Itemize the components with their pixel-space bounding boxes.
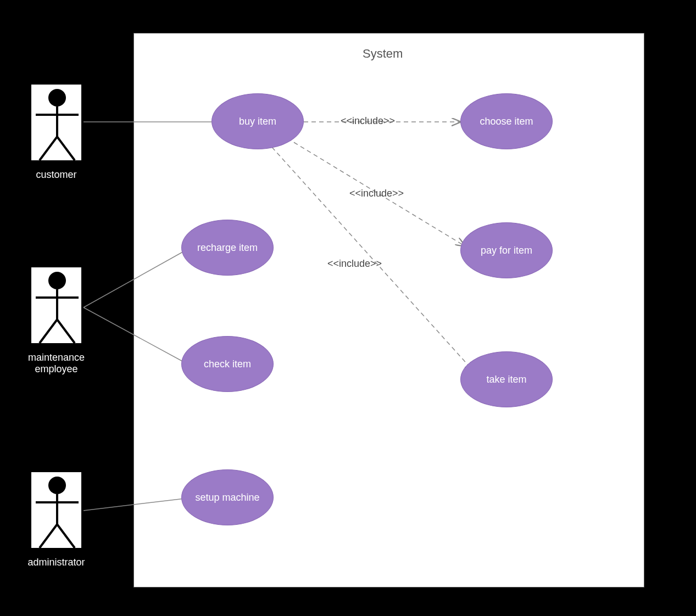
svg-point-0 bbox=[48, 89, 66, 107]
usecase-choose: choose item bbox=[460, 93, 553, 149]
svg-line-3 bbox=[40, 137, 57, 160]
include-label-1: <<include>> bbox=[341, 115, 395, 127]
svg-line-8 bbox=[40, 320, 57, 343]
include-label-2: <<include>> bbox=[349, 188, 404, 199]
svg-point-10 bbox=[48, 477, 66, 494]
usecase-buy-label: buy item bbox=[239, 116, 276, 127]
usecase-setup: setup machine bbox=[181, 469, 274, 525]
usecase-check-label: check item bbox=[204, 359, 251, 370]
usecase-recharge-label: recharge item bbox=[197, 242, 258, 254]
usecase-recharge: recharge item bbox=[181, 220, 274, 276]
include-label-3: <<include>> bbox=[327, 258, 382, 270]
actor-administrator-label: administrator bbox=[7, 557, 106, 568]
stick-figure-icon bbox=[31, 472, 83, 550]
actor-maintenance-label: maintenance employee bbox=[7, 352, 106, 375]
actor-administrator: administrator bbox=[30, 471, 82, 549]
usecase-choose-label: choose item bbox=[480, 116, 533, 127]
usecase-take: take item bbox=[460, 351, 553, 407]
usecase-buy: buy item bbox=[211, 93, 304, 149]
svg-line-9 bbox=[57, 320, 75, 343]
system-title: System bbox=[363, 47, 403, 61]
stick-figure-icon bbox=[31, 85, 83, 163]
usecase-take-label: take item bbox=[486, 374, 526, 385]
svg-line-4 bbox=[57, 137, 75, 160]
usecase-pay: pay for item bbox=[460, 222, 553, 278]
usecase-setup-label: setup machine bbox=[195, 492, 259, 503]
actor-customer: customer bbox=[30, 83, 82, 161]
usecase-check: check item bbox=[181, 336, 274, 392]
actor-customer-label: customer bbox=[7, 169, 106, 181]
diagram-canvas: System <<include>> <<include>> <<include… bbox=[0, 0, 696, 616]
svg-point-5 bbox=[48, 272, 66, 289]
svg-line-13 bbox=[40, 524, 57, 548]
stick-figure-icon bbox=[31, 267, 83, 345]
actor-maintenance: maintenance employee bbox=[30, 266, 82, 344]
svg-line-14 bbox=[57, 524, 75, 548]
usecase-pay-label: pay for item bbox=[481, 245, 532, 256]
